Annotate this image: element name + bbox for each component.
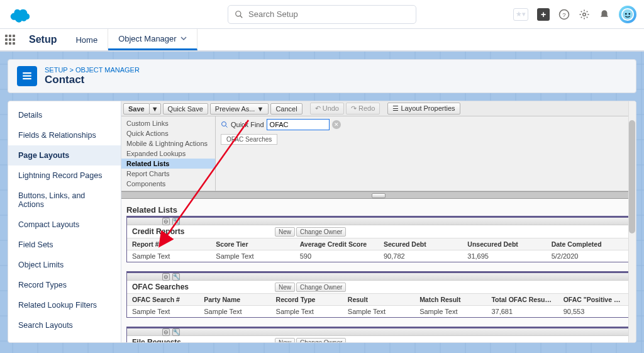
svg-point-4 xyxy=(583,13,586,16)
layout-props-label: Layout Properties xyxy=(401,104,455,112)
clear-search-icon[interactable]: ✕ xyxy=(332,120,341,129)
gear-icon[interactable] xyxy=(579,9,590,20)
table-row: Sample TextSample TextSample TextSample … xyxy=(127,306,630,317)
palette-cat-quick-actions[interactable]: Quick Actions xyxy=(121,128,215,138)
leftnav-item-page-layouts[interactable]: Page Layouts xyxy=(8,145,121,165)
tab-object-manager[interactable]: Object Manager xyxy=(108,29,197,50)
page-heading: SETUP > OBJECT MANAGER Contact xyxy=(8,59,636,93)
svg-rect-11 xyxy=(23,78,31,79)
cell: Sample Text xyxy=(211,250,294,262)
related-list-header: Credit ReportsNewChange Owner xyxy=(127,225,630,238)
undo-label: Undo xyxy=(323,104,339,112)
breadcrumb-object-manager[interactable]: OBJECT MANAGER xyxy=(75,66,140,74)
column-header: OFAC "Positive Match" Count xyxy=(558,294,630,305)
preview-button[interactable]: Preview As... ▼ xyxy=(210,103,269,115)
cell: 590 xyxy=(295,250,379,262)
related-list-handle[interactable]: ⊖🔧 xyxy=(127,328,630,336)
leftnav-item-buttons-links-and-actions[interactable]: Buttons, Links, and Actions xyxy=(8,186,121,215)
save-button[interactable]: Save xyxy=(123,103,150,115)
breadcrumb-setup[interactable]: SETUP xyxy=(45,66,67,74)
wrench-icon[interactable]: 🔧 xyxy=(172,273,180,281)
global-search-input[interactable] xyxy=(248,9,409,19)
svg-point-6 xyxy=(623,9,633,20)
column-header: Match Result xyxy=(414,294,486,305)
svg-line-1 xyxy=(240,15,243,18)
cell: 90,553 xyxy=(558,306,630,317)
wrench-icon[interactable]: 🔧 xyxy=(172,328,180,336)
new-button[interactable]: New xyxy=(275,227,295,237)
change-owner-button[interactable]: Change Owner xyxy=(296,283,346,292)
leftnav-item-related-lookup-filters[interactable]: Related Lookup Filters xyxy=(8,295,121,315)
global-search[interactable] xyxy=(228,5,416,24)
leftnav-item-compact-layouts[interactable]: Compact Layouts xyxy=(8,215,121,235)
remove-icon[interactable]: ⊖ xyxy=(162,218,170,225)
leftnav-item-field-sets[interactable]: Field Sets xyxy=(8,235,121,255)
salesforce-logo xyxy=(8,6,31,23)
palette-cat-custom-links[interactable]: Custom Links xyxy=(121,118,215,128)
header-icon-group: ★▾ + ? xyxy=(513,6,636,23)
change-owner-button[interactable]: Change Owner xyxy=(296,338,346,343)
new-button[interactable]: New xyxy=(275,283,295,292)
palette-cat-mobile-lightning-actions[interactable]: Mobile & Lightning Actions xyxy=(121,138,215,148)
quick-find-input[interactable] xyxy=(267,119,330,130)
leftnav-item-record-types[interactable]: Record Types xyxy=(8,275,121,295)
quick-save-button[interactable]: Quick Save xyxy=(163,103,208,115)
column-header: Record Type xyxy=(271,294,343,305)
cell: Sample Text xyxy=(127,306,199,317)
related-list-title: File Requests xyxy=(132,338,181,342)
cell: 37,681 xyxy=(486,306,558,317)
cell: 5/2/2020 xyxy=(547,250,630,262)
new-button[interactable]: New xyxy=(275,338,295,343)
quick-find: Quick Find ✕ xyxy=(221,119,631,130)
wrench-icon[interactable]: 🔧 xyxy=(172,218,180,225)
redo-label: Redo xyxy=(358,104,375,112)
svg-rect-9 xyxy=(23,72,31,74)
remove-icon[interactable]: ⊖ xyxy=(162,328,170,336)
table-row: Sample TextSample Text59090,78231,6955/2… xyxy=(127,250,630,262)
svg-point-0 xyxy=(236,11,241,16)
palette-cat-expanded-lookups[interactable]: Expanded Lookups xyxy=(121,148,215,159)
cancel-button[interactable]: Cancel xyxy=(270,103,302,115)
cell: Sample Text xyxy=(414,306,486,317)
global-create-button[interactable]: + xyxy=(537,8,550,21)
palette-divider[interactable] xyxy=(121,191,636,199)
svg-rect-10 xyxy=(23,76,31,77)
palette-item-ofac[interactable]: OFAC Searches xyxy=(221,134,277,145)
leftnav-item-object-limits[interactable]: Object Limits xyxy=(8,255,121,275)
leftnav-item-lightning-record-pages[interactable]: Lightning Record Pages xyxy=(8,165,121,186)
change-owner-button[interactable]: Change Owner xyxy=(296,227,346,237)
help-icon[interactable]: ? xyxy=(558,9,570,20)
avatar[interactable] xyxy=(619,6,636,23)
leftnav-item-details[interactable]: Details xyxy=(8,105,121,125)
leftnav-item-fields-relationships[interactable]: Fields & Relationships xyxy=(8,125,121,145)
related-list-credit-reports: ⊖🔧Credit ReportsNewChange OwnerReport #S… xyxy=(126,216,631,262)
app-launcher[interactable] xyxy=(0,29,20,50)
layout-canvas: Related Lists ⊖🔧Credit ReportsNewChange … xyxy=(121,199,636,342)
leftnav-item-search-layouts-for-salesforce-classic[interactable]: Search Layouts for Salesforce Classic xyxy=(8,335,121,342)
redo-button[interactable]: ↷ Redo xyxy=(346,103,380,115)
palette-cat-report-charts[interactable]: Report Charts xyxy=(121,169,215,179)
tab-home-label: Home xyxy=(75,35,97,45)
tab-object-manager-label: Object Manager xyxy=(118,34,177,43)
layout-properties-button[interactable]: ☰ Layout Properties xyxy=(387,103,460,115)
leftnav-item-search-layouts[interactable]: Search Layouts xyxy=(8,315,121,335)
column-header: Report # xyxy=(127,238,211,250)
undo-button[interactable]: ↶ Undo xyxy=(310,103,344,115)
bell-icon[interactable] xyxy=(599,9,610,20)
palette-cat-related-lists[interactable]: Related Lists xyxy=(121,159,215,169)
scrollbar[interactable] xyxy=(628,101,636,342)
content-area: SETUP > OBJECT MANAGER Contact DetailsFi… xyxy=(0,52,644,353)
save-dropdown[interactable]: ▼ xyxy=(149,103,161,115)
related-list-handle[interactable]: ⊖🔧 xyxy=(127,273,630,281)
related-list-handle[interactable]: ⊖🔧 xyxy=(127,218,630,225)
page-title: Contact xyxy=(45,74,140,86)
preview-label: Preview As... xyxy=(215,105,255,113)
remove-icon[interactable]: ⊖ xyxy=(162,273,170,281)
favorites-button[interactable]: ★▾ xyxy=(513,8,528,21)
column-header: Total OFAC Results Count xyxy=(486,294,558,305)
chevron-down-icon xyxy=(180,34,187,43)
column-header: Average Credit Score xyxy=(295,238,379,250)
palette-cat-components[interactable]: Components xyxy=(121,179,215,189)
tab-home[interactable]: Home xyxy=(65,29,108,50)
layout-editor: Save ▼ Quick Save Preview As... ▼ Cancel… xyxy=(121,101,636,342)
